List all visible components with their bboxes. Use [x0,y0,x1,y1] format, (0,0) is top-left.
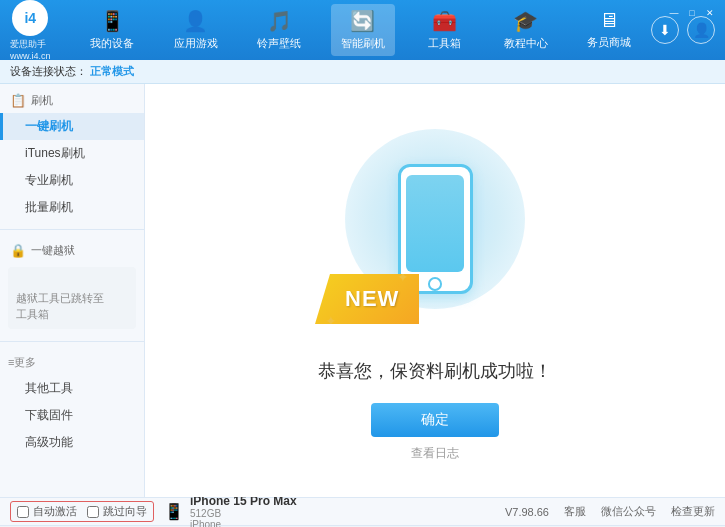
nav-toolbox-label: 工具箱 [428,36,461,51]
success-message: 恭喜您，保资料刷机成功啦！ [318,359,552,383]
nav-business[interactable]: 🖥 务员商城 [577,4,641,56]
device-bar: 自动激活 跳过向导 📱 iPhone 15 Pro Max 512GB iPho… [0,497,725,525]
device-details: iPhone 15 Pro Max 512GB iPhone [190,494,297,528]
phone-home-button [428,277,442,291]
smart-flash-icon: 🔄 [350,9,375,33]
sidebar-pro-flash[interactable]: 专业刷机 [0,167,144,194]
auto-activate-label: 自动激活 [33,504,77,519]
nav-my-device-label: 我的设备 [90,36,134,51]
activation-area: 自动激活 跳过向导 [10,501,154,522]
jailbreak-icon: 🔒 [10,243,26,258]
download-button[interactable]: ⬇ [651,16,679,44]
user-button[interactable]: 👤 [687,16,715,44]
main-content: NEW ✦ ✦ 恭喜您，保资料刷机成功啦！ 确定 查看日志 [145,84,725,497]
status-prefix: 设备连接状态： [10,65,87,77]
more-label: 更多 [14,355,36,370]
ringtones-icon: 🎵 [267,9,292,33]
sidebar-divider-2 [0,341,144,342]
skip-guide-label: 跳过向导 [103,504,147,519]
flash-section-icon: 📋 [10,93,26,108]
sidebar-one-key-flash[interactable]: 一键刷机 [0,113,144,140]
footer-links: V7.98.66 客服 微信公众号 检查更新 [505,504,715,519]
phone-illustration: NEW ✦ ✦ [335,119,535,339]
close-button[interactable]: ✕ [703,6,717,20]
device-type: iPhone [190,519,297,528]
check-update-link[interactable]: 检查更新 [671,504,715,519]
confirm-button[interactable]: 确定 [371,403,499,437]
jailbreak-section-header: 🔒 一键越狱 [0,238,144,263]
sparkle-icon-2: ✦ [325,313,337,329]
main-nav: 📱 我的设备 👤 应用游戏 🎵 铃声壁纸 🔄 智能刷机 🧰 工具箱 🎓 教程中心… [71,4,651,56]
jailbreak-section: 🔒 一键越狱 越狱工具已跳转至 工具箱 [0,234,144,337]
flash-section: 📋 刷机 一键刷机 iTunes刷机 专业刷机 批量刷机 [0,84,144,225]
app-logo: i4 爱思助手 www.i4.cn [10,0,51,61]
nav-my-device[interactable]: 📱 我的设备 [80,4,144,56]
status-bar: 设备连接状态： 正常模式 [0,60,725,84]
nav-apps-label: 应用游戏 [174,36,218,51]
logo-icon: i4 [12,0,48,36]
skip-guide-checkbox[interactable] [87,506,99,518]
minimize-button[interactable]: — [667,6,681,20]
flash-section-header: 📋 刷机 [0,88,144,113]
status-value: 正常模式 [90,65,134,77]
nav-ringtones[interactable]: 🎵 铃声壁纸 [247,4,311,56]
more-section: ≡ 更多 其他工具 下载固件 高级功能 [0,346,144,460]
flash-section-label: 刷机 [31,93,53,108]
jailbreak-label: 一键越狱 [31,243,75,258]
ribbon-shape: NEW ✦ ✦ [315,274,419,324]
sidebar-divider-1 [0,229,144,230]
wechat-link[interactable]: 微信公众号 [601,504,656,519]
my-device-icon: 📱 [100,9,125,33]
nav-apps-games[interactable]: 👤 应用游戏 [164,4,228,56]
logo-subtitle: 爱思助手 www.i4.cn [10,38,51,61]
sidebar-download-firmware[interactable]: 下载固件 [0,402,144,429]
device-storage: 512GB [190,508,297,519]
tutorial-icon: 🎓 [513,9,538,33]
nav-business-label: 务员商城 [587,35,631,50]
jailbreak-notice: 越狱工具已跳转至 工具箱 [8,267,136,329]
header-actions: ⬇ 👤 [651,16,715,44]
nav-tutorial-label: 教程中心 [504,36,548,51]
view-log-link[interactable]: 查看日志 [411,445,459,462]
apps-icon: 👤 [183,9,208,33]
nav-tutorial[interactable]: 🎓 教程中心 [494,4,558,56]
app-header: i4 爱思助手 www.i4.cn 📱 我的设备 👤 应用游戏 🎵 铃声壁纸 🔄… [0,0,725,60]
sidebar-itunes-flash[interactable]: iTunes刷机 [0,140,144,167]
toolbox-icon: 🧰 [432,9,457,33]
new-ribbon: NEW ✦ ✦ [315,274,419,324]
sidebar-advanced[interactable]: 高级功能 [0,429,144,456]
device-info: 📱 iPhone 15 Pro Max 512GB iPhone [164,494,505,528]
auto-activate-checkbox[interactable] [17,506,29,518]
main-layout: 📋 刷机 一键刷机 iTunes刷机 专业刷机 批量刷机 🔒 一键越狱 [0,84,725,497]
nav-ringtones-label: 铃声壁纸 [257,36,301,51]
nav-smart-flash[interactable]: 🔄 智能刷机 [331,4,395,56]
sidebar-batch-flash[interactable]: 批量刷机 [0,194,144,221]
nav-smart-flash-label: 智能刷机 [341,36,385,51]
phone-screen [406,175,464,272]
nav-toolbox[interactable]: 🧰 工具箱 [414,4,474,56]
more-section-header: ≡ 更多 [0,350,144,375]
sidebar-other-tools[interactable]: 其他工具 [0,375,144,402]
maximize-button[interactable]: □ [685,6,699,20]
sidebar: 📋 刷机 一键刷机 iTunes刷机 专业刷机 批量刷机 🔒 一键越狱 [0,84,145,497]
logo-char: i4 [24,10,36,26]
business-icon: 🖥 [599,9,619,32]
version-text: V7.98.66 [505,506,549,518]
device-icon: 📱 [164,502,184,521]
home-link[interactable]: 客服 [564,504,586,519]
ribbon-text: NEW [345,286,399,312]
